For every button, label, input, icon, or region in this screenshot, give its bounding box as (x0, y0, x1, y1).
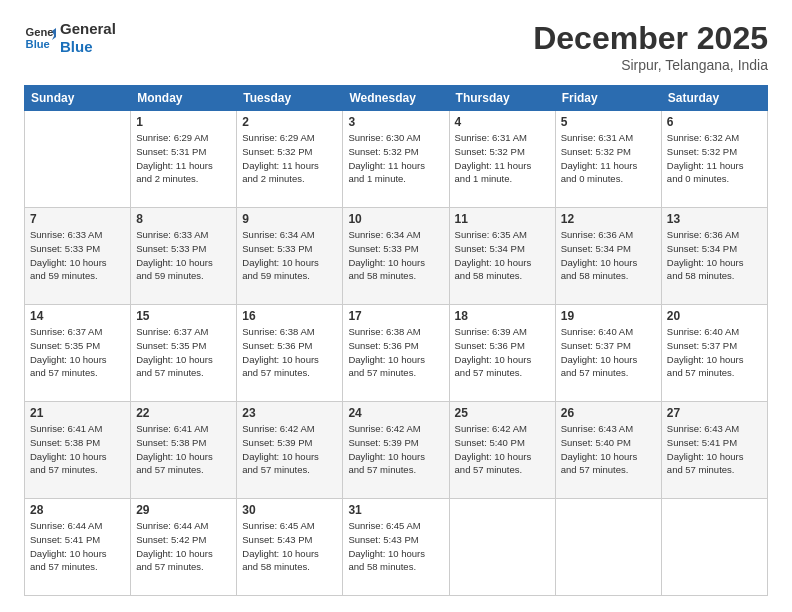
day-number: 23 (242, 406, 337, 420)
day-info: Sunrise: 6:36 AM Sunset: 5:34 PM Dayligh… (667, 228, 762, 283)
day-info: Sunrise: 6:36 AM Sunset: 5:34 PM Dayligh… (561, 228, 656, 283)
day-info: Sunrise: 6:42 AM Sunset: 5:39 PM Dayligh… (348, 422, 443, 477)
day-info: Sunrise: 6:29 AM Sunset: 5:31 PM Dayligh… (136, 131, 231, 186)
day-cell: 6Sunrise: 6:32 AM Sunset: 5:32 PM Daylig… (661, 111, 767, 208)
week-row-2: 7Sunrise: 6:33 AM Sunset: 5:33 PM Daylig… (25, 208, 768, 305)
day-info: Sunrise: 6:45 AM Sunset: 5:43 PM Dayligh… (348, 519, 443, 574)
day-cell (661, 499, 767, 596)
day-info: Sunrise: 6:41 AM Sunset: 5:38 PM Dayligh… (30, 422, 125, 477)
day-number: 27 (667, 406, 762, 420)
week-row-4: 21Sunrise: 6:41 AM Sunset: 5:38 PM Dayli… (25, 402, 768, 499)
day-cell: 2Sunrise: 6:29 AM Sunset: 5:32 PM Daylig… (237, 111, 343, 208)
svg-text:General: General (26, 26, 56, 38)
day-cell: 17Sunrise: 6:38 AM Sunset: 5:36 PM Dayli… (343, 305, 449, 402)
day-info: Sunrise: 6:38 AM Sunset: 5:36 PM Dayligh… (242, 325, 337, 380)
svg-text:Blue: Blue (26, 38, 50, 50)
day-number: 31 (348, 503, 443, 517)
day-number: 25 (455, 406, 550, 420)
day-cell: 30Sunrise: 6:45 AM Sunset: 5:43 PM Dayli… (237, 499, 343, 596)
day-cell: 3Sunrise: 6:30 AM Sunset: 5:32 PM Daylig… (343, 111, 449, 208)
header: General Blue General Blue December 2025 … (24, 20, 768, 73)
day-cell: 7Sunrise: 6:33 AM Sunset: 5:33 PM Daylig… (25, 208, 131, 305)
day-info: Sunrise: 6:43 AM Sunset: 5:41 PM Dayligh… (667, 422, 762, 477)
day-number: 11 (455, 212, 550, 226)
day-number: 29 (136, 503, 231, 517)
day-cell: 21Sunrise: 6:41 AM Sunset: 5:38 PM Dayli… (25, 402, 131, 499)
day-number: 15 (136, 309, 231, 323)
day-number: 2 (242, 115, 337, 129)
weekday-header-row: SundayMondayTuesdayWednesdayThursdayFrid… (25, 86, 768, 111)
day-cell: 18Sunrise: 6:39 AM Sunset: 5:36 PM Dayli… (449, 305, 555, 402)
day-info: Sunrise: 6:44 AM Sunset: 5:41 PM Dayligh… (30, 519, 125, 574)
day-info: Sunrise: 6:32 AM Sunset: 5:32 PM Dayligh… (667, 131, 762, 186)
day-cell: 22Sunrise: 6:41 AM Sunset: 5:38 PM Dayli… (131, 402, 237, 499)
day-info: Sunrise: 6:30 AM Sunset: 5:32 PM Dayligh… (348, 131, 443, 186)
weekday-monday: Monday (131, 86, 237, 111)
logo: General Blue General Blue (24, 20, 116, 56)
day-cell: 31Sunrise: 6:45 AM Sunset: 5:43 PM Dayli… (343, 499, 449, 596)
day-number: 26 (561, 406, 656, 420)
day-number: 14 (30, 309, 125, 323)
day-cell (449, 499, 555, 596)
day-info: Sunrise: 6:41 AM Sunset: 5:38 PM Dayligh… (136, 422, 231, 477)
day-cell: 16Sunrise: 6:38 AM Sunset: 5:36 PM Dayli… (237, 305, 343, 402)
day-number: 7 (30, 212, 125, 226)
day-number: 18 (455, 309, 550, 323)
weekday-saturday: Saturday (661, 86, 767, 111)
day-info: Sunrise: 6:43 AM Sunset: 5:40 PM Dayligh… (561, 422, 656, 477)
day-cell: 28Sunrise: 6:44 AM Sunset: 5:41 PM Dayli… (25, 499, 131, 596)
day-number: 21 (30, 406, 125, 420)
logo-icon: General Blue (24, 22, 56, 54)
day-cell: 24Sunrise: 6:42 AM Sunset: 5:39 PM Dayli… (343, 402, 449, 499)
week-row-5: 28Sunrise: 6:44 AM Sunset: 5:41 PM Dayli… (25, 499, 768, 596)
location: Sirpur, Telangana, India (533, 57, 768, 73)
day-info: Sunrise: 6:37 AM Sunset: 5:35 PM Dayligh… (136, 325, 231, 380)
week-row-3: 14Sunrise: 6:37 AM Sunset: 5:35 PM Dayli… (25, 305, 768, 402)
weekday-friday: Friday (555, 86, 661, 111)
day-number: 22 (136, 406, 231, 420)
day-cell: 11Sunrise: 6:35 AM Sunset: 5:34 PM Dayli… (449, 208, 555, 305)
title-area: December 2025 Sirpur, Telangana, India (533, 20, 768, 73)
day-cell: 4Sunrise: 6:31 AM Sunset: 5:32 PM Daylig… (449, 111, 555, 208)
day-info: Sunrise: 6:38 AM Sunset: 5:36 PM Dayligh… (348, 325, 443, 380)
day-info: Sunrise: 6:35 AM Sunset: 5:34 PM Dayligh… (455, 228, 550, 283)
day-cell: 12Sunrise: 6:36 AM Sunset: 5:34 PM Dayli… (555, 208, 661, 305)
day-info: Sunrise: 6:31 AM Sunset: 5:32 PM Dayligh… (561, 131, 656, 186)
day-info: Sunrise: 6:31 AM Sunset: 5:32 PM Dayligh… (455, 131, 550, 186)
day-cell: 1Sunrise: 6:29 AM Sunset: 5:31 PM Daylig… (131, 111, 237, 208)
logo-general: General (60, 20, 116, 38)
day-cell: 23Sunrise: 6:42 AM Sunset: 5:39 PM Dayli… (237, 402, 343, 499)
day-cell: 20Sunrise: 6:40 AM Sunset: 5:37 PM Dayli… (661, 305, 767, 402)
day-info: Sunrise: 6:42 AM Sunset: 5:40 PM Dayligh… (455, 422, 550, 477)
day-cell: 8Sunrise: 6:33 AM Sunset: 5:33 PM Daylig… (131, 208, 237, 305)
day-info: Sunrise: 6:34 AM Sunset: 5:33 PM Dayligh… (348, 228, 443, 283)
day-cell: 13Sunrise: 6:36 AM Sunset: 5:34 PM Dayli… (661, 208, 767, 305)
day-info: Sunrise: 6:40 AM Sunset: 5:37 PM Dayligh… (667, 325, 762, 380)
day-info: Sunrise: 6:33 AM Sunset: 5:33 PM Dayligh… (136, 228, 231, 283)
day-cell (555, 499, 661, 596)
weekday-wednesday: Wednesday (343, 86, 449, 111)
day-number: 17 (348, 309, 443, 323)
weekday-thursday: Thursday (449, 86, 555, 111)
day-number: 16 (242, 309, 337, 323)
day-cell (25, 111, 131, 208)
day-cell: 10Sunrise: 6:34 AM Sunset: 5:33 PM Dayli… (343, 208, 449, 305)
logo-blue: Blue (60, 38, 116, 56)
day-number: 9 (242, 212, 337, 226)
day-cell: 29Sunrise: 6:44 AM Sunset: 5:42 PM Dayli… (131, 499, 237, 596)
day-number: 5 (561, 115, 656, 129)
weekday-tuesday: Tuesday (237, 86, 343, 111)
day-info: Sunrise: 6:42 AM Sunset: 5:39 PM Dayligh… (242, 422, 337, 477)
day-info: Sunrise: 6:29 AM Sunset: 5:32 PM Dayligh… (242, 131, 337, 186)
day-info: Sunrise: 6:44 AM Sunset: 5:42 PM Dayligh… (136, 519, 231, 574)
day-cell: 27Sunrise: 6:43 AM Sunset: 5:41 PM Dayli… (661, 402, 767, 499)
day-info: Sunrise: 6:33 AM Sunset: 5:33 PM Dayligh… (30, 228, 125, 283)
day-number: 8 (136, 212, 231, 226)
day-info: Sunrise: 6:45 AM Sunset: 5:43 PM Dayligh… (242, 519, 337, 574)
calendar-table: SundayMondayTuesdayWednesdayThursdayFrid… (24, 85, 768, 596)
day-number: 12 (561, 212, 656, 226)
day-number: 10 (348, 212, 443, 226)
day-number: 4 (455, 115, 550, 129)
day-cell: 15Sunrise: 6:37 AM Sunset: 5:35 PM Dayli… (131, 305, 237, 402)
day-cell: 14Sunrise: 6:37 AM Sunset: 5:35 PM Dayli… (25, 305, 131, 402)
